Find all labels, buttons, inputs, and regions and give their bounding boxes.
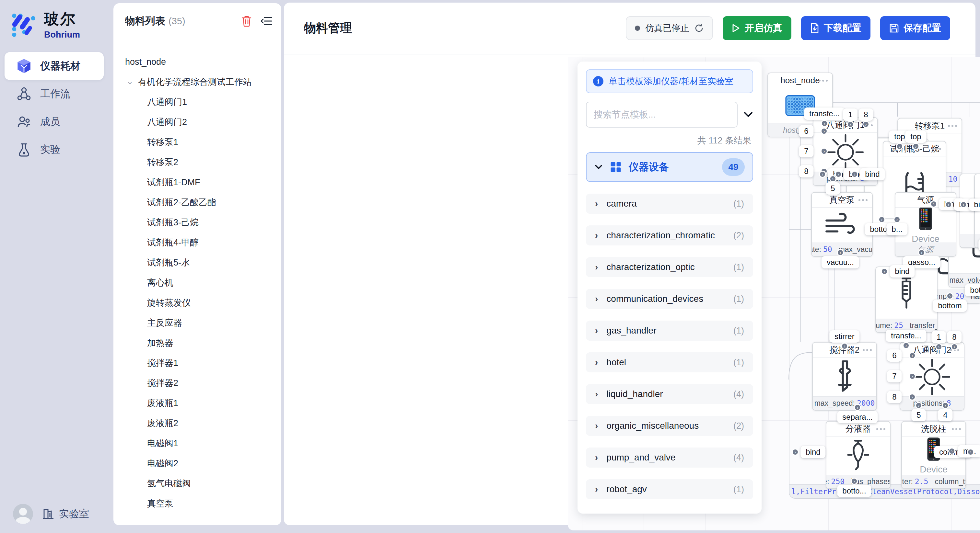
tree-item-试剂瓶1-DMF[interactable]: 试剂瓶1-DMF [113, 172, 281, 192]
port-chip-transfe[interactable]: transfe... [804, 108, 845, 120]
category-group-instruments[interactable]: 仪器设备 49 [586, 152, 753, 182]
port-chip-botto[interactable]: botto... [837, 485, 871, 497]
port-chip-top[interactable]: top [905, 130, 926, 143]
port-chip-1[interactable]: 1 [931, 331, 946, 343]
port-connector-dot[interactable]: › [912, 143, 920, 150]
tree-item-试剂瓶2-乙酸乙酯[interactable]: 试剂瓶2-乙酸乙酯 [113, 192, 281, 213]
port-chip-bind[interactable]: bind [969, 198, 980, 211]
port-connector-dot[interactable]: › [821, 148, 828, 155]
port-chip-transfe[interactable]: transfe... [886, 330, 926, 342]
port-connector-dot[interactable]: › [851, 477, 858, 485]
port-chip-bottom[interactable]: bottom [933, 300, 967, 312]
port-connector-dot[interactable]: › [841, 343, 848, 350]
port-chip-6[interactable]: 6 [799, 125, 813, 137]
port-chip-bind[interactable]: bind [860, 168, 885, 180]
tree-item-废液瓶1[interactable]: 废液瓶1 [113, 393, 281, 413]
canvas-node-stirrer-2[interactable]: 搅拌器2max_speed:2000 [812, 342, 877, 411]
port-connector-dot[interactable]: › [918, 249, 925, 256]
tree-item-八通阀门2[interactable]: 八通阀门2 [113, 112, 281, 132]
tree-item-转移泵2[interactable]: 转移泵2 [113, 152, 281, 172]
sidebar-item-仪器耗材[interactable]: 仪器耗材 [5, 52, 104, 80]
port-connector-dot[interactable]: › [915, 402, 922, 409]
tree-item-电磁阀1[interactable]: 电磁阀1 [113, 433, 281, 453]
template-category-liquid_handler[interactable]: ›liquid_handler(4) [586, 384, 753, 404]
tree-item-试剂瓶4-甲醇[interactable]: 试剂瓶4-甲醇 [113, 233, 281, 252]
tree-item-电磁阀2[interactable]: 电磁阀2 [113, 453, 281, 473]
chevron-down-icon[interactable] [743, 111, 753, 118]
port-connector-dot[interactable]: › [862, 121, 870, 128]
tree-item-转移泵1[interactable]: 转移泵1 [113, 132, 281, 152]
port-connector-dot[interactable]: › [896, 143, 903, 150]
canvas-node-separator[interactable]: 分液器volume:250has_phases:true [826, 421, 891, 489]
port-connector-dot[interactable]: › [942, 402, 949, 409]
tree-item-真空泵[interactable]: 真空泵 [113, 493, 281, 514]
port-chip-7[interactable]: 7 [887, 370, 902, 382]
port-chip-bottom[interactable]: bottom [965, 284, 980, 296]
port-connector-dot[interactable]: › [851, 171, 858, 178]
avatar[interactable] [13, 504, 33, 524]
port-connector-dot[interactable]: › [902, 342, 910, 349]
port-connector-dot[interactable]: › [878, 216, 885, 223]
tree-item-离心机[interactable]: 离心机 [113, 273, 281, 293]
trash-icon[interactable] [241, 15, 252, 27]
node-menu-icon[interactable] [932, 148, 941, 150]
port-chip-vacuu[interactable]: vacuu... [821, 256, 859, 268]
node-menu-icon[interactable] [952, 428, 961, 430]
search-template-input[interactable] [586, 102, 738, 128]
tree-item-加热器[interactable]: 加热器 [113, 333, 281, 353]
template-category-organic_miscellaneous[interactable]: ›organic_miscellaneous(2) [586, 416, 753, 436]
port-chip-8[interactable]: 8 [887, 391, 902, 403]
port-chip-4[interactable]: 4 [938, 409, 953, 421]
port-chip-bind[interactable]: bind [889, 265, 915, 278]
port-connector-dot[interactable]: › [821, 128, 828, 135]
port-chip-7[interactable]: 7 [799, 145, 813, 157]
port-chip-5[interactable]: 5 [911, 409, 926, 421]
port-connector-dot[interactable]: › [951, 343, 958, 351]
tree-item-host_node[interactable]: host_node [113, 52, 281, 72]
tree-item-试剂瓶3-己烷[interactable]: 试剂瓶3-己烷 [113, 213, 281, 233]
node-menu-icon[interactable] [948, 125, 957, 127]
port-chip-b[interactable]: b... [886, 223, 907, 235]
template-category-communication_devices[interactable]: ›communication_devices(1) [586, 289, 753, 309]
collapse-list-icon[interactable] [261, 16, 272, 26]
node-menu-icon[interactable] [859, 199, 867, 201]
port-connector-dot[interactable]: › [881, 268, 888, 275]
save-config-button[interactable]: 保存配置 [880, 16, 950, 40]
node-menu-icon[interactable] [863, 349, 872, 351]
chevron-down-icon[interactable]: ⌄ [126, 76, 134, 86]
port-chip-bottom[interactable]: bottom [978, 239, 980, 251]
port-connector-dot[interactable]: › [967, 449, 974, 455]
simulation-status-pill[interactable]: 仿真已停止 [626, 16, 713, 40]
port-chip-1[interactable]: 1 [843, 108, 858, 121]
port-connector-dot[interactable]: › [837, 249, 844, 256]
template-category-pump_and_valve[interactable]: ›pump_and_valve(4) [586, 447, 753, 468]
template-category-robot_agv[interactable]: ›robot_agv(1) [586, 479, 753, 499]
port-connector-dot[interactable]: › [829, 175, 837, 182]
port-connector-dot[interactable]: › [948, 447, 955, 455]
port-connector-dot[interactable]: › [909, 373, 916, 380]
port-connector-dot[interactable]: › [909, 393, 916, 401]
node-menu-icon[interactable] [876, 428, 885, 430]
port-connector-dot[interactable]: › [894, 216, 900, 223]
tree-item-试剂瓶5-水[interactable]: 试剂瓶5-水 [113, 252, 281, 273]
tree-item-搅拌器2[interactable]: 搅拌器2 [113, 373, 281, 393]
start-simulation-button[interactable]: 开启仿真 [723, 16, 791, 40]
port-chip-8[interactable]: 8 [947, 331, 961, 343]
port-connector-dot[interactable]: › [792, 449, 799, 455]
tree-item-八通阀门1[interactable]: 八通阀门1 [113, 92, 281, 112]
tree-item-氢气电磁阀[interactable]: 氢气电磁阀 [113, 473, 281, 493]
template-category-characterization_optic[interactable]: ›characterization_optic(1) [586, 257, 753, 277]
template-category-characterization_chromatic[interactable]: ›characterization_chromatic(2) [586, 225, 753, 246]
port-connector-dot[interactable]: › [935, 343, 942, 351]
port-chip-stirrer[interactable]: stirrer [829, 330, 859, 343]
refresh-icon[interactable] [694, 23, 704, 33]
port-chip-6[interactable]: 6 [887, 349, 902, 362]
port-connector-dot[interactable]: › [960, 201, 967, 208]
port-chip-separa[interactable]: separa... [837, 411, 878, 423]
port-chip-8[interactable]: 8 [799, 165, 813, 178]
tree-item-主反应器[interactable]: 主反应器 [113, 313, 281, 333]
download-config-button[interactable]: 下载配置 [801, 16, 870, 40]
template-category-gas_handler[interactable]: ›gas_handler(1) [586, 320, 753, 341]
sidebar-item-laboratory[interactable]: 实验室 [41, 507, 89, 521]
tree-item-废液瓶2[interactable]: 废液瓶2 [113, 413, 281, 433]
